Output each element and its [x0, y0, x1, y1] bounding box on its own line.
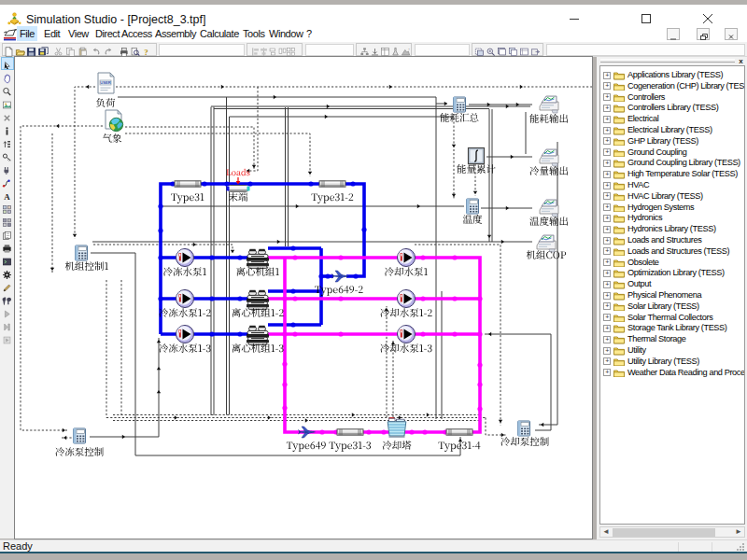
component-chw-pump-control[interactable]: 冷冻泵控制 [55, 428, 104, 456]
tool-pen-icon[interactable] [2, 280, 13, 291]
component-weather[interactable]: 气象 [103, 110, 123, 143]
component-cooling-out[interactable]: 冷量输出 [529, 149, 568, 175]
tool-select-icon[interactable] [2, 58, 13, 69]
expand-icon[interactable]: + [603, 259, 611, 266]
menu-assembly[interactable]: Assembly [152, 26, 199, 41]
menu-window[interactable]: Window [266, 26, 305, 41]
scrollbar-thumb[interactable] [613, 528, 715, 537]
copy-icon[interactable] [65, 44, 76, 54]
expand-icon[interactable]: + [603, 226, 611, 233]
tool-run-2-icon[interactable] [2, 319, 13, 330]
tool-print-dark-icon[interactable] [2, 241, 13, 252]
component-chw-pump-1-2[interactable]: 冷冻水泵1-2 [159, 290, 210, 317]
expand-icon[interactable]: + [603, 247, 611, 255]
expand-icon[interactable]: + [603, 357, 611, 365]
probe-icon[interactable] [390, 44, 401, 54]
scroll-right-icon[interactable]: ► [733, 527, 744, 537]
tool-grid-icon[interactable] [2, 202, 13, 213]
library-tree[interactable]: +Applications Library (TESS)+Cogeneratio… [599, 65, 745, 525]
component-temperature-out[interactable]: 温度输出 [529, 200, 568, 226]
expand-icon[interactable]: + [603, 270, 611, 277]
component-load[interactable]: USER 负荷 [96, 73, 115, 107]
parameters-icon[interactable] [380, 44, 390, 54]
expand-icon[interactable]: + [603, 292, 611, 300]
expand-icon[interactable]: + [603, 281, 611, 288]
expand-icon[interactable]: + [603, 302, 611, 310]
component-cw-pump-1-3[interactable]: 冷却水泵1-3 [380, 326, 431, 353]
component-temperature[interactable]: 温度 [463, 199, 482, 224]
tool-text-icon[interactable]: A [2, 189, 13, 200]
tool-run-icon[interactable] [2, 306, 13, 317]
mdi-minimize-button[interactable] [667, 28, 680, 40]
mdi-close-button[interactable] [725, 28, 738, 40]
expand-icon[interactable]: + [603, 336, 611, 343]
undo-icon[interactable] [91, 44, 101, 54]
expand-icon[interactable]: + [603, 314, 611, 321]
align-grid-icon[interactable] [286, 44, 296, 54]
component-chw-pump-1[interactable]: 冷冻水泵1 [163, 249, 206, 276]
project-icon[interactable] [3, 27, 18, 41]
expand-icon[interactable]: + [603, 160, 611, 167]
menu-tools[interactable]: Tools [240, 26, 267, 41]
tool-sheets-icon[interactable] [2, 228, 13, 239]
tool-image-icon[interactable] [2, 97, 13, 108]
expand-icon[interactable]: + [603, 127, 611, 134]
zoom-out-icon[interactable] [497, 44, 507, 54]
zoom-window-icon[interactable] [474, 44, 485, 54]
tool-info-icon[interactable] [2, 123, 13, 134]
canvas-area[interactable]: Loads USER 负荷 气象 机组控制1 Type31 末端 Type31-… [14, 56, 593, 539]
expand-icon[interactable]: + [603, 82, 611, 90]
component-cw-pump-1-2[interactable]: 冷却水泵1-2 [380, 290, 431, 317]
tool-delete-icon[interactable] [2, 110, 13, 121]
mdi-restore-button[interactable] [697, 28, 710, 40]
resize-grip[interactable] [737, 543, 745, 552]
component-chiller-1-3[interactable]: 离心机组1-3 [232, 326, 283, 353]
expand-icon[interactable]: + [603, 215, 611, 222]
expand-icon[interactable]: + [603, 182, 611, 189]
expand-icon[interactable]: + [603, 72, 611, 79]
expand-icon[interactable]: + [603, 237, 611, 245]
assembly-tree-icon[interactable] [359, 44, 370, 54]
horizontal-scrollbar[interactable]: ◄ ► [599, 526, 745, 538]
menu-help[interactable]: ? [303, 26, 315, 41]
print-preview-icon[interactable] [130, 44, 140, 54]
tool-console-icon[interactable] [2, 254, 13, 265]
expand-icon[interactable]: + [603, 192, 611, 200]
export-icon[interactable] [530, 44, 541, 54]
project-canvas[interactable]: Loads USER 负荷 气象 机组控制1 Type31 末端 Type31-… [15, 57, 592, 539]
paste-icon[interactable] [78, 44, 88, 54]
menu-edit[interactable]: Edit [41, 26, 63, 41]
save-all-icon[interactable] [38, 44, 49, 54]
tool-grid-snap-icon[interactable] [2, 215, 13, 226]
tool-link-icon[interactable] [2, 175, 13, 187]
redo-icon[interactable] [104, 44, 114, 54]
tool-pan-icon[interactable] [2, 71, 13, 82]
component-mixer-649[interactable]: Type649 [287, 427, 326, 452]
menu-view[interactable]: View [65, 26, 92, 41]
component-chw-pump-1-3[interactable]: 冷冻水泵1-3 [159, 326, 210, 353]
wizard-icon[interactable]: * [401, 44, 411, 54]
output-icon[interactable] [370, 44, 380, 54]
tool-run-3-icon[interactable] [2, 332, 13, 343]
component-energy-sum[interactable]: 能耗汇总 [440, 97, 478, 122]
open-icon[interactable] [15, 44, 25, 54]
component-pipe-type31[interactable]: Type31 [171, 181, 204, 203]
menu-file[interactable]: File [17, 26, 37, 41]
expand-icon[interactable]: + [603, 325, 611, 332]
expand-icon[interactable]: + [603, 93, 611, 101]
component-unit-control[interactable]: 机组控制1 [65, 245, 108, 271]
new-icon[interactable] [4, 44, 14, 54]
component-chiller-1[interactable]: 离心机组1 [236, 249, 279, 276]
panel-close-icon[interactable]: x [737, 57, 745, 65]
save-icon[interactable] [26, 44, 36, 54]
tool-plug-icon[interactable] [2, 162, 13, 174]
print-area-icon[interactable] [519, 44, 529, 54]
tool-sort-icon[interactable] [2, 136, 13, 147]
expand-icon[interactable]: + [603, 171, 611, 178]
component-energy-out[interactable]: 能耗输出 [529, 96, 568, 123]
tool-gear-icon[interactable] [2, 267, 13, 278]
scroll-left-icon[interactable]: ◄ [600, 527, 612, 537]
cut-icon[interactable] [53, 44, 63, 54]
expand-icon[interactable]: + [603, 148, 611, 156]
menu-direct-access[interactable]: Direct Access [92, 26, 155, 41]
